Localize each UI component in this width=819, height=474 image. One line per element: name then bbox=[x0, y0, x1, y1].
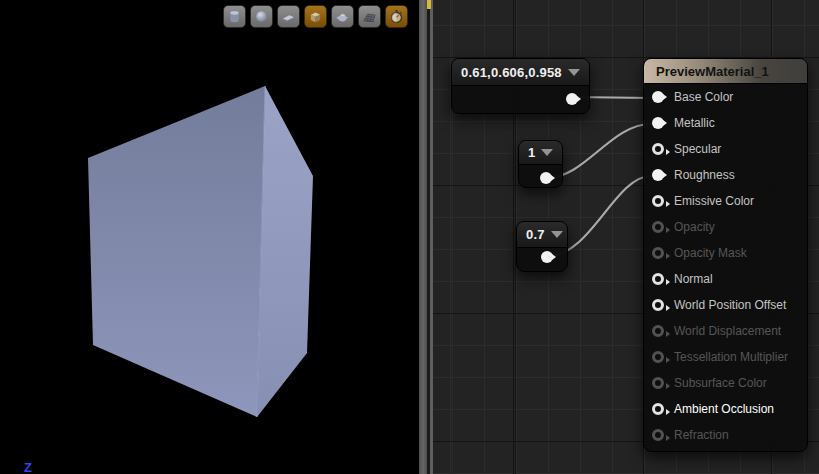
chevron-down-icon[interactable] bbox=[551, 231, 563, 238]
viewport-axis-z-label: Z bbox=[24, 462, 32, 474]
chevron-down-icon[interactable] bbox=[541, 149, 553, 156]
cube-icon bbox=[308, 9, 323, 24]
pin-label: World Displacement bbox=[674, 324, 781, 338]
cylinder-icon bbox=[227, 9, 242, 24]
pin-label: Subsurface Color bbox=[674, 376, 767, 390]
world-position-offset-pin[interactable] bbox=[652, 299, 664, 311]
base-color-pin[interactable] bbox=[652, 91, 664, 103]
constant-pt7-node[interactable]: 0.7 bbox=[516, 221, 568, 272]
pin-row-subsurface-color: Subsurface Color bbox=[644, 370, 807, 396]
pin-label: Base Color bbox=[674, 90, 733, 104]
material-result-node[interactable]: PreviewMaterial_1 Base Color Metallic Sp… bbox=[643, 58, 808, 452]
pin-label: Tessellation Multiplier bbox=[674, 350, 788, 364]
sphere-preview-button[interactable] bbox=[250, 5, 273, 28]
material-node-header[interactable]: PreviewMaterial_1 bbox=[644, 59, 807, 84]
pin-row-metallic: Metallic bbox=[644, 110, 807, 136]
stopwatch-icon bbox=[389, 9, 404, 24]
pin-row-specular: Specular bbox=[644, 136, 807, 162]
cylinder-preview-button[interactable] bbox=[223, 5, 246, 28]
pin-label: Specular bbox=[674, 142, 721, 156]
pin-row-refraction: Refraction bbox=[644, 422, 807, 448]
constant-one-output-pin[interactable] bbox=[540, 172, 552, 184]
constant-pt7-output-pin[interactable] bbox=[541, 251, 553, 263]
constant-pt7-header[interactable]: 0.7 bbox=[517, 222, 567, 248]
pin-row-base-color: Base Color bbox=[644, 84, 807, 110]
subsurface-color-pin bbox=[652, 377, 664, 389]
refraction-pin bbox=[652, 429, 664, 441]
pin-label: Opacity bbox=[674, 220, 715, 234]
constant3vector-header[interactable]: 0.61,0.606,0.958 bbox=[452, 59, 589, 86]
pin-row-opacity-mask: Opacity Mask bbox=[644, 240, 807, 266]
pin-row-tessellation-multiplier: Tessellation Multiplier bbox=[644, 344, 807, 370]
plane-icon bbox=[281, 9, 296, 24]
roughness-pin[interactable] bbox=[652, 169, 664, 181]
grid-preview-button[interactable] bbox=[358, 5, 381, 28]
world-displacement-pin bbox=[652, 325, 664, 337]
specular-pin[interactable] bbox=[652, 143, 664, 155]
realtime-preview-button[interactable] bbox=[385, 5, 408, 28]
plane-preview-button[interactable] bbox=[277, 5, 300, 28]
pin-row-ambient-occlusion: Ambient Occlusion bbox=[644, 396, 807, 422]
pin-label: Ambient Occlusion bbox=[674, 402, 774, 416]
material-node-title: PreviewMaterial_1 bbox=[656, 64, 769, 79]
ambient-occlusion-pin[interactable] bbox=[652, 403, 664, 415]
constant3vector-node[interactable]: 0.61,0.606,0.958 bbox=[451, 58, 590, 114]
constant3vector-value: 0.61,0.606,0.958 bbox=[461, 65, 562, 80]
preview-mesh-cube bbox=[0, 0, 418, 474]
pin-label: Metallic bbox=[674, 116, 715, 130]
normal-pin[interactable] bbox=[652, 273, 664, 285]
grid-icon bbox=[362, 9, 377, 24]
pin-row-opacity: Opacity bbox=[644, 214, 807, 240]
material-editor-window: Z 0.61,0.606,0.958 1 bbox=[0, 0, 819, 474]
pin-label: Roughness bbox=[674, 168, 735, 182]
pin-label: Emissive Color bbox=[674, 194, 754, 208]
constant3vector-output-pin[interactable] bbox=[566, 93, 578, 105]
cube-preview-button[interactable] bbox=[304, 5, 327, 28]
chevron-down-icon[interactable] bbox=[568, 69, 580, 76]
panel-splitter[interactable] bbox=[418, 0, 433, 474]
preview-toolbar bbox=[223, 5, 408, 28]
pin-row-emissive-color: Emissive Color bbox=[644, 188, 807, 214]
pin-row-world-position-offset: World Position Offset bbox=[644, 292, 807, 318]
constant-pt7-value: 0.7 bbox=[526, 227, 545, 242]
splitter-accent-mark bbox=[427, 0, 431, 9]
pin-row-normal: Normal bbox=[644, 266, 807, 292]
opacity-pin bbox=[652, 221, 664, 233]
constant-one-node[interactable]: 1 bbox=[518, 140, 563, 188]
tessellation-multiplier-pin bbox=[652, 351, 664, 363]
sphere-icon bbox=[254, 9, 269, 24]
teapot-preview-button[interactable] bbox=[331, 5, 354, 28]
material-graph-canvas[interactable]: 0.61,0.606,0.958 1 0.7 PreviewMaterial bbox=[433, 0, 819, 474]
emissive-color-pin[interactable] bbox=[652, 195, 664, 207]
pin-label: Opacity Mask bbox=[674, 246, 747, 260]
pin-row-world-displacement: World Displacement bbox=[644, 318, 807, 344]
pin-label: Normal bbox=[674, 272, 713, 286]
pin-row-roughness: Roughness bbox=[644, 162, 807, 188]
constant-one-value: 1 bbox=[528, 145, 535, 160]
teapot-icon bbox=[335, 9, 350, 24]
preview-viewport[interactable]: Z bbox=[0, 0, 418, 474]
constant-one-header[interactable]: 1 bbox=[519, 141, 562, 165]
pin-label: Refraction bbox=[674, 428, 729, 442]
splitter-bar[interactable] bbox=[419, 0, 427, 474]
opacity-mask-pin bbox=[652, 247, 664, 259]
metallic-pin[interactable] bbox=[652, 117, 664, 129]
pin-label: World Position Offset bbox=[674, 298, 786, 312]
